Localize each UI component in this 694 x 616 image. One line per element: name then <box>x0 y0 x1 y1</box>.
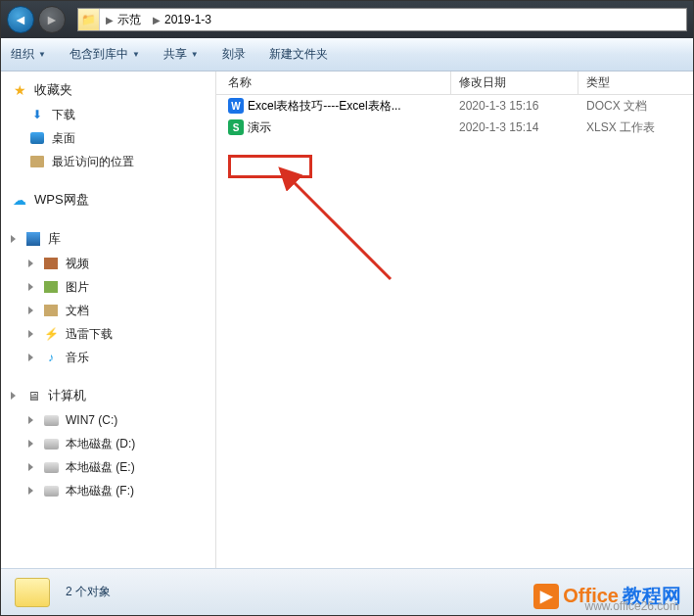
expand-icon <box>11 235 16 243</box>
column-label: 类型 <box>586 74 610 91</box>
sidebar-item-recent[interactable]: 最近访问的位置 <box>24 150 215 173</box>
sidebar-item-label: 文档 <box>66 303 89 319</box>
drive-icon <box>42 482 60 499</box>
main-area: ★收藏夹 ⬇下载 桌面 最近访问的位置 ☁WPS网盘 库 视频 图片 文档 ⚡迅… <box>1 71 693 568</box>
drive-icon <box>42 435 60 452</box>
group-label: WPS网盘 <box>34 191 89 209</box>
column-header-date[interactable]: 修改日期 <box>451 71 578 94</box>
computer-group[interactable]: 🖥计算机 <box>5 383 215 408</box>
folder-icon: 📁 <box>78 9 100 30</box>
sidebar-item-documents[interactable]: 文档 <box>24 299 215 322</box>
file-date: 2020-1-3 15:16 <box>451 99 578 113</box>
expand-icon <box>28 260 33 267</box>
share-menu[interactable]: 共享▼ <box>163 46 199 63</box>
chevron-down-icon: ▼ <box>132 50 140 59</box>
file-type: XLSX 工作表 <box>578 119 693 136</box>
chevron-down-icon: ▼ <box>38 50 46 59</box>
file-list-pane: 名称 修改日期 类型 WExcel表格技巧----Excel表格...2020-… <box>216 71 693 568</box>
sidebar-item-label: 迅雷下载 <box>66 326 113 343</box>
expand-icon <box>28 440 33 448</box>
column-header-name[interactable]: 名称 <box>216 71 451 94</box>
expand-icon <box>28 487 33 495</box>
file-row[interactable]: WExcel表格技巧----Excel表格...2020-1-3 15:16DO… <box>216 95 693 117</box>
column-header-type[interactable]: 类型 <box>578 71 693 94</box>
star-icon: ★ <box>11 81 28 99</box>
sidebar-item-label: WIN7 (C:) <box>66 413 117 427</box>
arrow-left-icon: ◄ <box>14 12 27 27</box>
sidebar-item-label: 下载 <box>52 107 75 123</box>
sidebar-item-thunder[interactable]: ⚡迅雷下载 <box>24 322 215 346</box>
sidebar-item-music[interactable]: ♪音乐 <box>24 346 215 369</box>
file-row[interactable]: S演示2020-1-3 15:14XLSX 工作表 <box>216 117 693 138</box>
expand-icon <box>11 392 16 400</box>
expand-icon <box>28 283 33 291</box>
video-icon <box>42 255 60 272</box>
file-type-icon: S <box>228 119 244 135</box>
column-headers: 名称 修改日期 类型 <box>216 71 693 95</box>
sidebar-item-label: 音乐 <box>66 350 89 366</box>
toolbar-label: 刻录 <box>222 46 246 63</box>
watermark-url: www.office26.com <box>585 599 680 613</box>
navigation-pane: ★收藏夹 ⬇下载 桌面 最近访问的位置 ☁WPS网盘 库 视频 图片 文档 ⚡迅… <box>1 71 216 568</box>
sidebar-item-drive-c[interactable]: WIN7 (C:) <box>24 408 215 432</box>
sidebar-item-label: 本地磁盘 (E:) <box>66 459 135 476</box>
file-name: 演示 <box>248 119 271 136</box>
burn-button[interactable]: 刻录 <box>222 46 246 63</box>
address-bar[interactable]: 📁 ▶示范 ▶2019-1-3 <box>77 8 687 31</box>
drive-icon <box>42 411 60 429</box>
computer-icon: 🖥 <box>24 387 42 404</box>
libraries-group[interactable]: 库 <box>5 226 215 252</box>
toolbar-label: 包含到库中 <box>69 46 128 63</box>
cloud-icon: ☁ <box>11 191 28 209</box>
sidebar-item-downloads[interactable]: ⬇下载 <box>24 103 215 126</box>
breadcrumb-seg2[interactable]: ▶2019-1-3 <box>147 13 217 26</box>
sidebar-item-label: 本地磁盘 (F:) <box>66 483 134 499</box>
include-in-library-menu[interactable]: 包含到库中▼ <box>69 46 140 63</box>
sidebar-item-desktop[interactable]: 桌面 <box>24 126 215 150</box>
breadcrumb-label: 2019-1-3 <box>164 13 211 26</box>
arrow-right-icon: ► <box>45 12 59 27</box>
group-label: 收藏夹 <box>34 81 72 99</box>
new-folder-button[interactable]: 新建文件夹 <box>269 46 328 63</box>
expand-icon <box>28 354 33 361</box>
command-toolbar: 组织▼ 包含到库中▼ 共享▼ 刻录 新建文件夹 <box>1 38 693 71</box>
sidebar-item-drive-e[interactable]: 本地磁盘 (E:) <box>24 455 215 479</box>
thunder-icon: ⚡ <box>42 325 60 343</box>
expand-icon <box>28 463 33 471</box>
sidebar-item-pictures[interactable]: 图片 <box>24 275 215 299</box>
sidebar-item-label: 图片 <box>66 279 89 296</box>
sidebar-item-drive-f[interactable]: 本地磁盘 (F:) <box>24 479 215 502</box>
chevron-right-icon: ▶ <box>106 15 114 25</box>
desktop-icon <box>28 129 46 147</box>
chevron-right-icon: ▶ <box>153 15 161 25</box>
status-text: 2 个对象 <box>66 584 111 600</box>
breadcrumb-seg1[interactable]: ▶示范 <box>100 12 147 28</box>
sidebar-item-drive-d[interactable]: 本地磁盘 (D:) <box>24 432 215 455</box>
chevron-down-icon: ▼ <box>191 50 199 59</box>
music-icon: ♪ <box>42 349 60 366</box>
folder-large-icon <box>15 578 50 607</box>
sidebar-item-label: 最近访问的位置 <box>52 154 134 170</box>
sidebar-item-videos[interactable]: 视频 <box>24 252 215 275</box>
organize-menu[interactable]: 组织▼ <box>11 46 46 63</box>
forward-button[interactable]: ► <box>38 6 66 33</box>
sidebar-item-label: 桌面 <box>52 130 75 147</box>
file-type-icon: W <box>228 98 244 114</box>
toolbar-label: 新建文件夹 <box>269 46 328 63</box>
file-type: DOCX 文档 <box>578 98 693 115</box>
sidebar-item-label: 本地磁盘 (D:) <box>66 436 135 452</box>
download-icon: ⬇ <box>28 106 46 123</box>
watermark-icon: ▶ <box>533 584 559 609</box>
toolbar-label: 组织 <box>11 46 34 63</box>
expand-icon <box>28 307 33 314</box>
wps-group[interactable]: ☁WPS网盘 <box>5 187 215 213</box>
column-label: 名称 <box>228 74 252 91</box>
drive-icon <box>42 458 60 476</box>
group-label: 计算机 <box>48 387 86 404</box>
back-button[interactable]: ◄ <box>7 6 34 33</box>
picture-icon <box>42 278 60 296</box>
column-label: 修改日期 <box>459 74 506 91</box>
favorites-group[interactable]: ★收藏夹 <box>5 77 215 103</box>
library-icon <box>24 230 42 248</box>
file-name: Excel表格技巧----Excel表格... <box>248 98 401 115</box>
